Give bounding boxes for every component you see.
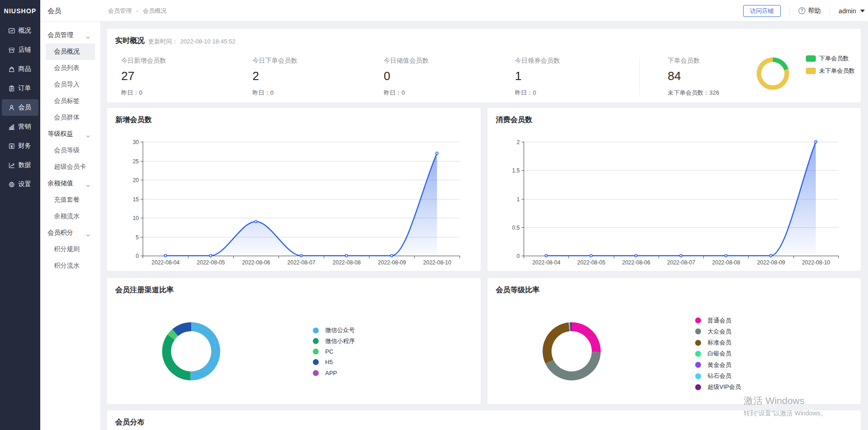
overview-divider (639, 58, 640, 96)
sidebar-item-label: 会员 (18, 103, 31, 112)
svg-text:10: 10 (133, 215, 139, 221)
legend-item-APP[interactable]: APP (313, 370, 337, 376)
legend-label: 大众会员 (707, 328, 731, 336)
svg-text:2022-08-10: 2022-08-10 (802, 259, 830, 266)
visit-shop-button[interactable]: 访问店铺 (743, 5, 781, 17)
submenu-row-label: 会员标签 (54, 97, 80, 105)
legend-label: 白银会员 (707, 349, 731, 358)
sidebar-item-marketing[interactable]: 营销 (0, 117, 40, 136)
legend-item-钻石会员[interactable]: 钻石会员 (695, 372, 731, 380)
user-menu[interactable]: admin (839, 7, 865, 15)
question-circle-icon: ? (798, 7, 805, 14)
legend-label: PC (325, 348, 333, 355)
svg-text:0.5: 0.5 (512, 225, 520, 231)
svg-text:2022-08-05: 2022-08-05 (197, 259, 225, 266)
svg-text:2022-08-07: 2022-08-07 (287, 259, 316, 266)
legend-dot (695, 340, 701, 346)
new-members-line-chart: 0510152025302022-08-042022-08-052022-08-… (107, 108, 481, 271)
svg-text:1: 1 (517, 196, 520, 203)
submenu-item-超级会员卡[interactable]: 超级会员卡 (40, 159, 100, 175)
main-nav: 概况店铺商品订单会员营销财务数据设置 (0, 21, 40, 194)
svg-text:2022-08-09: 2022-08-09 (757, 259, 785, 266)
submenu-row-label: 会员列表 (54, 64, 80, 72)
stat-value: 1 (515, 69, 638, 83)
update-time: 更新时间：2022-08-10 18:45:52 (148, 38, 236, 46)
legend-item-超级VIP会员[interactable]: 超级VIP会员 (695, 383, 741, 391)
submenu-item-会员等级[interactable]: 会员等级 (40, 142, 100, 159)
stat-sub: 昨日：0 (252, 89, 376, 97)
sidebar-item-settings[interactable]: 设置 (0, 175, 40, 194)
chevron-down-icon (86, 34, 90, 38)
legend-item-H5[interactable]: H5 (313, 359, 333, 366)
svg-text:2: 2 (517, 139, 520, 145)
submenu-item-会员标签[interactable]: 会员标签 (40, 93, 100, 109)
submenu-group-会员管理[interactable]: 会员管理 (40, 27, 100, 43)
sidebar-item-goods[interactable]: 商品 (0, 59, 40, 79)
overview-card-title: 实时概况 (115, 36, 145, 46)
submenu-item-积分流水[interactable]: 积分流水 (40, 258, 100, 274)
stat-value: 27 (121, 69, 245, 83)
submenu-item-会员列表[interactable]: 会员列表 (40, 60, 100, 76)
order-ratio-donut (741, 51, 805, 97)
legend-label: 标准会员 (707, 339, 731, 347)
legend-dot (313, 359, 319, 365)
submenu-group-余额储值[interactable]: 余额储值 (40, 175, 100, 192)
submenu-group-等级权益[interactable]: 等级权益 (40, 126, 100, 142)
legend-item-下单会员数[interactable]: 下单会员数 (806, 54, 849, 63)
legend-item-PC[interactable]: PC (313, 348, 333, 355)
sidebar-item-finance[interactable]: 财务 (0, 136, 40, 156)
legend-item-黄金会员[interactable]: 黄金会员 (695, 361, 731, 369)
submenu-row-label: 余额储值 (48, 179, 73, 188)
submenu-item-余额流水[interactable]: 余额流水 (40, 208, 100, 225)
sidebar-item-overview[interactable]: 概况 (0, 21, 40, 40)
legend-label: 超级VIP会员 (707, 383, 741, 391)
submenu-row-label: 会员积分 (48, 229, 73, 237)
svg-text:2022-08-06: 2022-08-06 (622, 259, 651, 266)
finance-icon (8, 143, 15, 150)
sidebar-item-order[interactable]: 订单 (0, 79, 40, 98)
legend-swatch (806, 55, 816, 62)
submenu-row-label: 会员群体 (54, 113, 80, 122)
svg-text:2022-08-07: 2022-08-07 (667, 259, 696, 266)
legend-label: 未下单会员数 (819, 67, 855, 75)
submenu-item-充值套餐[interactable]: 充值套餐 (40, 192, 100, 208)
realtime-overview-card: 实时概况 更新时间：2022-08-10 18:45:52 今日新增会员数27昨… (107, 29, 861, 102)
legend-item-未下单会员数[interactable]: 未下单会员数 (806, 67, 855, 75)
submenu-row-label: 等级权益 (48, 130, 73, 138)
legend-item-标准会员[interactable]: 标准会员 (695, 339, 731, 347)
legend-item-微信公众号[interactable]: 微信公众号 (313, 326, 355, 334)
sidebar-item-member[interactable]: 会员 (0, 98, 40, 117)
svg-text:30: 30 (133, 139, 139, 145)
legend-label: 黄金会员 (707, 361, 731, 369)
username-label: admin (839, 7, 856, 15)
svg-text:2022-08-04: 2022-08-04 (151, 259, 180, 266)
sidebar-item-label: 数据 (18, 161, 31, 169)
breadcrumb-item-parent[interactable]: 会员管理 (108, 7, 132, 15)
chevron-down-icon (86, 231, 90, 236)
help-button[interactable]: ? 帮助 (798, 7, 821, 15)
sidebar-item-shop[interactable]: 店铺 (0, 40, 40, 59)
legend-item-大众会员[interactable]: 大众会员 (695, 328, 731, 336)
topbar: 会员管理 - 会员概况 访问店铺 ? 帮助 admin (100, 0, 868, 22)
legend-dot (695, 351, 701, 357)
submenu-row-label: 积分流水 (54, 262, 80, 270)
submenu-row-label: 积分规则 (54, 245, 80, 253)
sidebar-item-data[interactable]: 数据 (0, 156, 40, 175)
svg-text:2022-08-05: 2022-08-05 (577, 259, 605, 266)
legend-item-微信小程序[interactable]: 微信小程序 (313, 337, 355, 345)
new-members-card: 新增会员数 0510152025302022-08-042022-08-0520… (107, 108, 481, 271)
legend-item-白银会员[interactable]: 白银会员 (695, 349, 731, 358)
submenu-row-label: 会员等级 (54, 146, 80, 155)
legend-label: H5 (325, 359, 333, 366)
shop-icon (8, 47, 15, 54)
legend-item-普通会员[interactable]: 普通会员 (695, 317, 731, 325)
svg-text:1.5: 1.5 (512, 167, 520, 174)
submenu-item-会员导入[interactable]: 会员导入 (40, 76, 100, 93)
legend-dot (313, 338, 319, 344)
submenu-group-会员积分[interactable]: 会员积分 (40, 225, 100, 241)
submenu-item-会员群体[interactable]: 会员群体 (40, 109, 100, 126)
submenu-item-积分规则[interactable]: 积分规则 (40, 241, 100, 258)
submenu-item-会员概况[interactable]: 会员概况 (40, 43, 100, 60)
legend-label: 微信小程序 (325, 337, 355, 345)
svg-text:25: 25 (133, 158, 139, 165)
